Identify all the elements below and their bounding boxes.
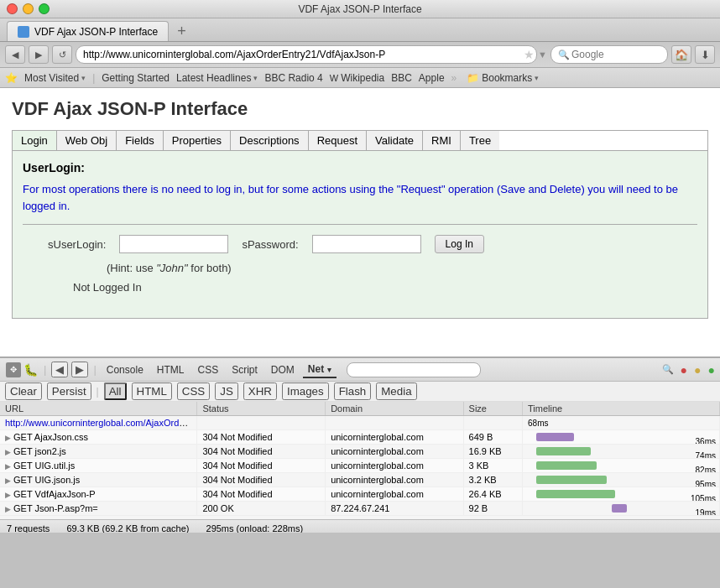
close-button[interactable] (7, 3, 18, 14)
url-input[interactable] (76, 45, 537, 64)
window-title: VDF Ajax JSON-P Interface (298, 3, 421, 15)
footer-time: 295ms (onload: 228ms) (206, 523, 304, 533)
expand-icon[interactable]: ▶ (5, 505, 11, 513)
firebug-icon[interactable]: 🐛 (23, 362, 38, 377)
url-link[interactable]: http://www.unicorninterglobal.com/AjaxOr… (5, 418, 197, 428)
timeline-label: 82ms (696, 466, 716, 473)
expand-icon[interactable]: ▶ (5, 476, 11, 485)
divider (23, 224, 697, 225)
password-label: sPassword: (242, 238, 298, 251)
devtools-script-tab[interactable]: Script (227, 362, 263, 377)
devtools-css-tab[interactable]: CSS (192, 362, 223, 377)
timeline-bar (536, 461, 597, 470)
minimize-button[interactable] (23, 3, 34, 14)
browser-tab[interactable]: VDF Ajax JSON-P Interface (7, 21, 169, 41)
table-row: http://www.unicorninterglobal.com/AjaxOr… (0, 416, 720, 430)
table-row: ▶GET VdfAjaxJson-P304 Not Modifiedunicor… (0, 487, 720, 502)
timeline-label: 68ms (528, 419, 548, 428)
tab-properties[interactable]: Properties (164, 131, 231, 150)
devtools-filter-images[interactable]: Images (282, 382, 329, 400)
footer-size: 69.3 KB (69.2 KB from cache) (66, 523, 189, 533)
devtools-filter-js[interactable]: JS (215, 382, 238, 400)
cell-status: 304 Not Modified (197, 487, 326, 502)
back-button[interactable]: ◀ (5, 45, 25, 64)
expand-icon[interactable]: ▶ (5, 462, 11, 471)
username-input[interactable] (119, 235, 228, 253)
reload-button[interactable]: ↺ (52, 45, 72, 64)
bookmarks-folder[interactable]: 📁 Bookmarks ▾ (467, 72, 539, 84)
timeline-label: 105ms (691, 494, 716, 502)
bbc-bookmark[interactable]: BBC (391, 72, 412, 84)
devtools-search-input[interactable] (347, 362, 481, 377)
tab-webobj[interactable]: Web Obj (57, 131, 117, 150)
bookmarks-label: Bookmarks (482, 72, 532, 84)
devtools-filter-xhr[interactable]: XHR (243, 382, 277, 400)
new-tab-button[interactable]: + (172, 21, 191, 41)
cell-url: ▶GET Json-P.asp?m= (0, 502, 197, 516)
wikipedia-label: Wikipedia (341, 72, 384, 84)
devtools-footer: 7 requests 69.3 KB (69.2 KB from cache) … (0, 519, 720, 533)
tab-descriptions[interactable]: Descriptions (231, 131, 309, 150)
devtools-filter-html[interactable]: HTML (132, 382, 172, 400)
tab-favicon (18, 26, 29, 38)
tab-request[interactable]: Request (309, 131, 367, 150)
most-visited-bookmark[interactable]: Most Visited ▾ (24, 72, 86, 84)
download-button[interactable]: ⬇ (695, 45, 715, 64)
window-controls[interactable] (7, 3, 50, 14)
col-timeline: Timeline (523, 402, 720, 416)
getting-started-label: Getting Started (102, 72, 170, 84)
expand-icon[interactable]: ▶ (5, 491, 11, 499)
bookmarks-icon: ⭐ (5, 72, 18, 84)
search-input[interactable] (571, 49, 647, 60)
timeline-bar (536, 490, 615, 498)
col-size: Size (463, 402, 522, 416)
cell-timeline: 36ms (523, 430, 720, 445)
devtools-console-tab[interactable]: Console (102, 362, 149, 377)
devtools-close-3[interactable]: ● (708, 363, 715, 377)
most-visited-arrow: ▾ (81, 74, 86, 82)
devtools-filter-media[interactable]: Media (376, 382, 416, 400)
login-button[interactable]: Log In (435, 235, 484, 253)
devtools-close-2[interactable]: ● (694, 363, 701, 377)
apple-bookmark[interactable]: Apple (419, 72, 445, 84)
tab-rmi[interactable]: RMI (423, 131, 461, 150)
maximize-button[interactable] (39, 3, 50, 14)
devtools-filter-all[interactable]: All (104, 382, 127, 400)
cell-size: 649 B (463, 430, 522, 445)
cell-size: 26.4 KB (463, 487, 522, 502)
devtools-filter-flash[interactable]: Flash (334, 382, 372, 400)
devtools-clear-btn[interactable]: Clear (5, 382, 42, 400)
devtools-html-tab[interactable]: HTML (152, 362, 190, 377)
bookmark-star-icon[interactable]: ★ (524, 48, 535, 61)
col-domain: Domain (326, 402, 463, 416)
devtools-filter-css[interactable]: CSS (177, 382, 210, 400)
devtools-net-tab[interactable]: Net ▾ (303, 362, 337, 378)
home-button[interactable]: 🏠 (671, 45, 691, 64)
bookmarks-arrow: ▾ (535, 74, 539, 82)
password-input[interactable] (312, 235, 421, 253)
wikipedia-bookmark[interactable]: W Wikipedia (330, 72, 384, 84)
ui-tabs: Login Web Obj Fields Properties Descript… (12, 130, 708, 151)
browser-content: VDF Ajax JSON-P Interface Login Web Obj … (0, 88, 720, 356)
tab-login[interactable]: Login (13, 131, 57, 150)
cell-size (463, 416, 522, 430)
cell-status: 304 Not Modified (197, 430, 326, 445)
devtools-close-1[interactable]: ● (681, 363, 687, 377)
bbc-radio-bookmark[interactable]: BBC Radio 4 (264, 72, 322, 84)
rss-icon: ▼ (538, 49, 547, 60)
tab-fields[interactable]: Fields (117, 131, 164, 150)
devtools-persist-btn[interactable]: Persist (47, 382, 91, 400)
cell-url[interactable]: http://www.unicorninterglobal.com/AjaxOr… (0, 416, 197, 430)
expand-icon[interactable]: ▶ (5, 434, 11, 442)
table-row: ▶GET Json-P.asp?m=200 OK87.224.67.24192 … (0, 502, 720, 516)
devtools-dom-tab[interactable]: DOM (266, 362, 300, 377)
tab-tree[interactable]: Tree (461, 131, 499, 150)
inspect-element-icon[interactable]: ✥ (6, 362, 21, 377)
forward-button[interactable]: ▶ (29, 45, 49, 64)
devtools-back[interactable]: ◀ (51, 362, 68, 377)
tab-validate[interactable]: Validate (367, 131, 423, 150)
latest-headlines-bookmark[interactable]: Latest Headlines ▾ (176, 72, 258, 84)
expand-icon[interactable]: ▶ (5, 448, 11, 456)
devtools-forward[interactable]: ▶ (71, 362, 88, 377)
getting-started-bookmark[interactable]: Getting Started (102, 72, 170, 84)
